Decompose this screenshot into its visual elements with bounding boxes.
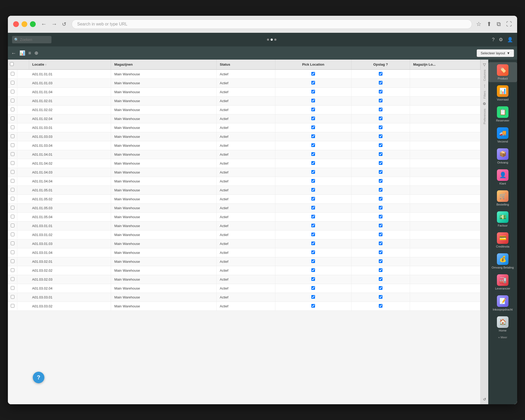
table-row[interactable]: A01.01.03.04Main WarehouseActief <box>8 141 480 150</box>
row-checkbox[interactable] <box>11 152 14 156</box>
col-header-locatie[interactable]: Locatie ↑ <box>29 60 111 70</box>
pick-checkbox[interactable] <box>311 304 315 308</box>
table-row[interactable]: A01.03.01.01Main WarehouseActief <box>8 222 480 230</box>
opslag-checkbox[interactable] <box>379 286 382 290</box>
pick-checkbox[interactable] <box>311 108 315 111</box>
col-header-magazijnen[interactable]: Magazijnen <box>111 60 217 70</box>
sidebar-item-klant[interactable]: 👤 Klant <box>488 167 517 187</box>
table-row[interactable]: A01.03.02.03Main WarehouseActief <box>8 275 480 284</box>
chart-view-button[interactable]: 📊 <box>19 50 25 56</box>
help-button[interactable]: ? <box>492 37 495 43</box>
pick-checkbox[interactable] <box>311 81 315 85</box>
sidebar-item-reserveer[interactable]: 📋 Reserveer <box>488 104 517 124</box>
row-checkbox[interactable] <box>11 295 14 299</box>
sidebar-item-factuur[interactable]: 💵 Factuur <box>488 209 517 229</box>
opslag-checkbox[interactable] <box>379 161 382 165</box>
sidebar-item-home[interactable]: 🏠 Home <box>488 314 517 334</box>
sidebar-item-omvang[interactable]: 💰 Omvang Betaling <box>488 251 517 271</box>
table-container[interactable]: Locatie ↑ Magazijnen Status Pick Locatio… <box>8 60 480 404</box>
reload-button[interactable]: ↺ <box>61 20 67 28</box>
opslag-checkbox[interactable] <box>379 125 382 129</box>
pick-checkbox[interactable] <box>311 161 315 165</box>
columns-button[interactable]: ⋮ <box>481 82 488 89</box>
select-all-checkbox[interactable] <box>10 62 14 66</box>
col-header-magazijn-lo[interactable]: Magazijn Lo... <box>410 60 480 70</box>
pick-checkbox[interactable] <box>311 99 315 102</box>
close-button[interactable] <box>13 21 19 27</box>
opslag-checkbox[interactable] <box>379 277 382 281</box>
pick-checkbox[interactable] <box>311 224 315 227</box>
opslag-checkbox[interactable] <box>379 72 382 76</box>
row-checkbox[interactable] <box>11 179 14 183</box>
table-row[interactable]: A01.03.01.03Main WarehouseActief <box>8 239 480 248</box>
table-row[interactable]: A01.01.03.01Main WarehouseActief <box>8 123 480 132</box>
forward-nav-button[interactable]: → <box>50 20 58 29</box>
pick-checkbox[interactable] <box>311 242 315 245</box>
pick-checkbox[interactable] <box>311 206 315 209</box>
row-checkbox[interactable] <box>11 268 14 272</box>
pick-checkbox[interactable] <box>311 295 315 299</box>
preferences-button[interactable]: ⚙ <box>481 100 488 107</box>
row-checkbox[interactable] <box>11 233 14 236</box>
sidebar-item-verzend[interactable]: 🚚 Verzend <box>488 125 517 145</box>
pick-checkbox[interactable] <box>311 134 315 138</box>
row-checkbox[interactable] <box>11 134 14 138</box>
minimize-button[interactable] <box>22 21 27 27</box>
col-header-opslag[interactable]: Opslag ? <box>351 60 410 70</box>
table-row[interactable]: A01.03.01.02Main WarehouseActief <box>8 230 480 239</box>
sidebar-item-product[interactable]: 🏷️ Product <box>488 62 517 82</box>
row-checkbox[interactable] <box>11 304 14 308</box>
settings-button[interactable]: ⚙ <box>499 37 503 43</box>
pick-checkbox[interactable] <box>311 277 315 281</box>
table-row[interactable]: A01.01.05.04Main WarehouseActief <box>8 213 480 222</box>
sidebar-item-creditnota[interactable]: 💳 Creditnota <box>488 230 517 250</box>
row-checkbox[interactable] <box>11 72 14 76</box>
opslag-checkbox[interactable] <box>379 90 382 93</box>
row-checkbox[interactable] <box>11 81 14 85</box>
opslag-checkbox[interactable] <box>379 117 382 120</box>
col-header-status[interactable]: Status <box>217 60 275 70</box>
filter-icon-button[interactable]: ▽ <box>481 61 488 68</box>
meer-button[interactable]: « Meer <box>497 335 508 340</box>
table-row[interactable]: A01.01.02.04Main WarehouseActief <box>8 114 480 123</box>
table-row[interactable]: A01.03.01.04Main WarehouseActief <box>8 248 480 257</box>
opslag-checkbox[interactable] <box>379 179 382 183</box>
table-row[interactable]: A01.01.03.03Main WarehouseActief <box>8 132 480 141</box>
table-row[interactable]: A01.01.01.01Main WarehouseActief <box>8 70 480 79</box>
maximize-button[interactable] <box>30 21 36 27</box>
opslag-checkbox[interactable] <box>379 197 382 201</box>
duplicate-button[interactable]: ⧉ <box>497 21 501 28</box>
row-checkbox[interactable] <box>11 170 14 174</box>
opslag-checkbox[interactable] <box>379 99 382 102</box>
sidebar-item-inkoopop[interactable]: 📝 Inkoopopdracht <box>488 293 517 313</box>
pick-checkbox[interactable] <box>311 125 315 129</box>
help-bubble-button[interactable]: ? <box>33 372 44 383</box>
row-checkbox[interactable] <box>11 224 14 227</box>
row-checkbox[interactable] <box>11 188 14 192</box>
table-row[interactable]: A01.01.05.03Main WarehouseActief <box>8 204 480 213</box>
table-row[interactable]: A01.01.04.03Main WarehouseActief <box>8 168 480 177</box>
layout-select-button[interactable]: Selecteer layout ▼ <box>477 49 514 57</box>
pick-checkbox[interactable] <box>311 179 315 183</box>
pick-checkbox[interactable] <box>311 286 315 290</box>
sidebar-item-ontvang[interactable]: 📦 Ontvang <box>488 146 517 166</box>
pick-checkbox[interactable] <box>311 90 315 93</box>
pick-checkbox[interactable] <box>311 233 315 236</box>
row-checkbox[interactable] <box>11 250 14 254</box>
bookmark-button[interactable]: ☆ <box>476 21 481 28</box>
opslag-checkbox[interactable] <box>379 206 382 209</box>
opslag-checkbox[interactable] <box>379 188 382 192</box>
row-checkbox[interactable] <box>11 259 14 263</box>
pick-checkbox[interactable] <box>311 268 315 272</box>
row-checkbox[interactable] <box>11 197 14 201</box>
user-button[interactable]: 👤 <box>507 37 513 43</box>
refresh-side-button[interactable]: ↺ <box>481 396 488 403</box>
back-nav-button[interactable]: ← <box>40 20 48 29</box>
opslag-checkbox[interactable] <box>379 259 382 263</box>
pick-checkbox[interactable] <box>311 152 315 156</box>
sidebar-item-voorraad[interactable]: 📊 Voorraad <box>488 83 517 103</box>
table-row[interactable]: A01.01.02.02Main WarehouseActief <box>8 106 480 114</box>
sidebar-item-bestelling[interactable]: 🛒 Bestelling <box>488 188 517 208</box>
row-checkbox[interactable] <box>11 242 14 245</box>
opslag-checkbox[interactable] <box>379 295 382 299</box>
